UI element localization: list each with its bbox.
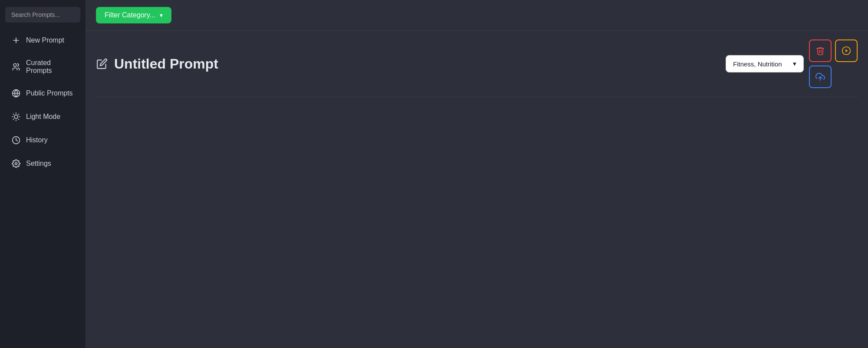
sidebar-item-label: New Prompt (26, 36, 64, 44)
svg-point-5 (14, 115, 18, 118)
svg-point-2 (13, 64, 16, 67)
action-buttons-group (809, 39, 858, 88)
svg-point-15 (15, 163, 17, 165)
content-area: Untitled Prompt Fitness, Nutrition ▾ (85, 31, 868, 348)
sidebar-item-history[interactable]: History (3, 129, 83, 151)
play-button[interactable] (835, 39, 858, 62)
category-select[interactable]: Fitness, Nutrition ▾ (726, 55, 804, 72)
prompt-title: Untitled Prompt (114, 56, 218, 72)
share-icon (815, 72, 825, 82)
sidebar-item-label: Light Mode (26, 113, 60, 121)
svg-line-13 (18, 114, 19, 115)
clock-icon (11, 135, 21, 145)
main-area: Filter Category... ▾ Untitled Prompt Fit… (85, 0, 868, 348)
filter-label: Filter Category... (105, 11, 155, 19)
sun-icon (11, 112, 21, 121)
filter-chevron-icon: ▾ (160, 12, 163, 19)
prompt-header-right: Fitness, Nutrition ▾ (726, 39, 858, 88)
sidebar-item-label: Public Prompts (26, 89, 73, 97)
sidebar-item-settings[interactable]: Settings (3, 153, 83, 174)
sidebar-item-label: Curated Prompts (26, 59, 74, 75)
svg-line-8 (13, 114, 14, 115)
top-action-row (809, 39, 858, 62)
gear-icon (11, 159, 21, 168)
play-icon (842, 46, 851, 56)
prompt-title-group: Untitled Prompt (96, 56, 218, 72)
svg-line-9 (18, 119, 19, 119)
sidebar-item-label: History (26, 136, 48, 144)
filter-category-button[interactable]: Filter Category... ▾ (96, 7, 171, 23)
sidebar-item-new-prompt[interactable]: New Prompt (3, 30, 83, 51)
sidebar-item-light-mode[interactable]: Light Mode (3, 106, 83, 128)
users-icon (11, 62, 21, 72)
sidebar-item-label: Settings (26, 160, 51, 167)
category-chevron-icon: ▾ (793, 60, 796, 68)
search-button[interactable]: Search Prompts... (5, 7, 80, 23)
sidebar-item-curated-prompts[interactable]: Curated Prompts (3, 53, 83, 81)
svg-marker-17 (845, 49, 848, 52)
globe-icon (11, 89, 21, 98)
delete-button[interactable] (809, 39, 832, 62)
sidebar-item-public-prompts[interactable]: Public Prompts (3, 82, 83, 104)
category-value: Fitness, Nutrition (733, 60, 782, 68)
sidebar: Search Prompts... New Prompt Curated Pro… (0, 0, 85, 348)
share-button[interactable] (809, 66, 832, 88)
trash-icon (815, 46, 825, 56)
svg-line-12 (13, 119, 14, 119)
prompt-header: Untitled Prompt Fitness, Nutrition ▾ (96, 39, 858, 97)
edit-icon[interactable] (96, 58, 108, 70)
topbar: Filter Category... ▾ (85, 0, 868, 31)
plus-icon (11, 36, 21, 45)
